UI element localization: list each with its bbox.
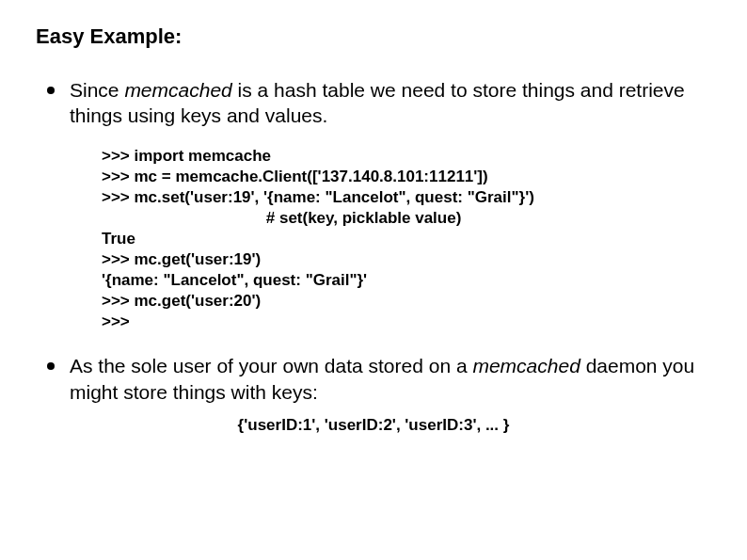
- bullet-list: Since memcached is a hash table we need …: [36, 77, 711, 129]
- bullet-2-em: memcached: [472, 355, 580, 376]
- bullet-1-prefix: Since: [70, 79, 124, 101]
- bullet-1-em: memcached: [124, 79, 231, 101]
- slide: Easy Example: Since memcached is a hash …: [0, 0, 747, 560]
- slide-title: Easy Example:: [36, 24, 711, 49]
- bullet-list-2: As the sole user of your own data stored…: [36, 353, 711, 405]
- bullet-2: As the sole user of your own data stored…: [47, 353, 711, 405]
- bullet-1: Since memcached is a hash table we need …: [47, 77, 711, 129]
- keys-example: {'userID:1', 'userID:2', 'userID:3', ...…: [36, 416, 711, 435]
- code-example: >>> import memcache >>> mc = memcache.Cl…: [102, 146, 711, 333]
- bullet-2-prefix: As the sole user of your own data stored…: [70, 355, 472, 376]
